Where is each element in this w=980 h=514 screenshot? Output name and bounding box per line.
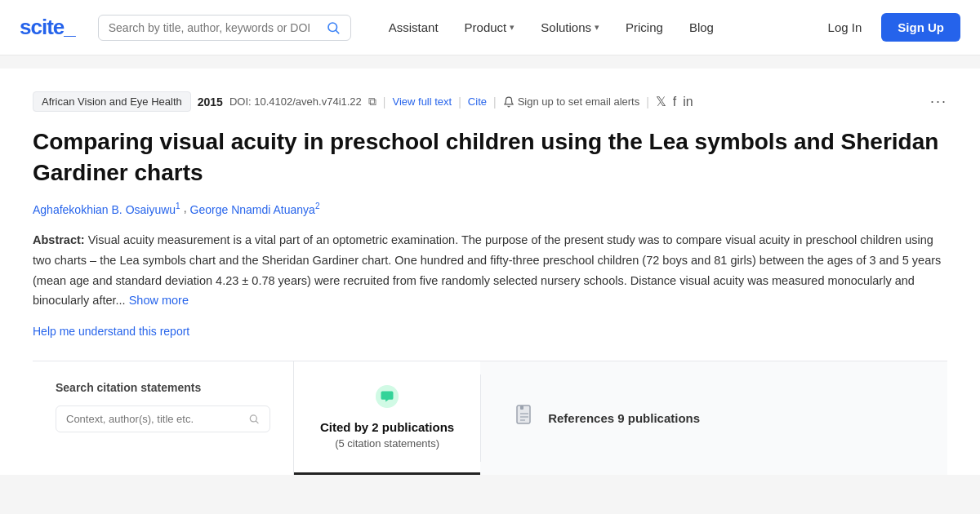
- facebook-icon[interactable]: f: [673, 95, 676, 109]
- nav-item-assistant[interactable]: Assistant: [377, 14, 450, 41]
- cited-by-sublabel: (5 citation statements): [335, 437, 439, 450]
- citation-search-input[interactable]: [66, 413, 243, 425]
- search-icon: [326, 20, 341, 35]
- nav-item-solutions[interactable]: Solutions ▾: [529, 14, 611, 41]
- journal-badge: African Vision and Eye Health: [33, 91, 191, 112]
- citation-input-wrap[interactable]: [56, 405, 270, 432]
- article-meta: African Vision and Eye Health 2015 DOI: …: [33, 91, 947, 112]
- show-more-link[interactable]: Show more: [129, 294, 189, 307]
- author-2[interactable]: George Nnamdi Atuanya2: [190, 202, 320, 216]
- cite-link[interactable]: Cite: [468, 95, 487, 108]
- navbar: scite_ Assistant Product ▾ Solutions ▾ P…: [0, 0, 980, 55]
- separator: |: [493, 95, 497, 109]
- logo-text: scite_: [20, 15, 75, 39]
- tab-references[interactable]: References 9 publications: [481, 361, 733, 475]
- nav-item-pricing[interactable]: Pricing: [614, 14, 675, 41]
- svg-line-1: [336, 30, 338, 33]
- copy-icon[interactable]: ⧉: [368, 95, 376, 109]
- chevron-down-icon: ▾: [595, 22, 599, 33]
- bottom-panel: Search citation statements Cited by 2 pu…: [33, 361, 947, 475]
- article-year: 2015: [198, 95, 223, 109]
- view-full-text-link[interactable]: View full text: [392, 95, 452, 108]
- document-icon: [514, 404, 537, 432]
- citation-search-title: Search citation statements: [56, 381, 270, 394]
- chat-icon: [375, 384, 399, 414]
- nav-item-blog[interactable]: Blog: [678, 14, 725, 41]
- tab-cited-by[interactable]: Cited by 2 publications (5 citation stat…: [294, 361, 480, 475]
- article-doi: DOI: 10.4102/aveh.v74i1.22: [229, 95, 362, 108]
- nav-links: Assistant Product ▾ Solutions ▾ Pricing …: [377, 14, 802, 41]
- cited-by-label: Cited by 2 publications: [320, 420, 454, 434]
- author-1[interactable]: Aghafekokhian B. Osaiyuwu1: [33, 202, 180, 216]
- search-input[interactable]: [109, 21, 319, 34]
- separator: |: [646, 95, 649, 109]
- social-icons: 𝕏 f in: [656, 94, 693, 109]
- bell-icon: [503, 96, 514, 108]
- twitter-icon[interactable]: 𝕏: [656, 94, 666, 109]
- help-link[interactable]: Help me understand this report: [33, 325, 189, 338]
- citation-search-panel: Search citation statements: [33, 361, 294, 475]
- linkedin-icon[interactable]: in: [683, 95, 693, 109]
- nav-item-product[interactable]: Product ▾: [453, 14, 527, 41]
- nav-right: Log In Sign Up: [815, 13, 960, 42]
- chevron-down-icon: ▾: [510, 22, 514, 33]
- more-options-button[interactable]: ···: [930, 93, 947, 110]
- references-label: References 9 publications: [548, 411, 700, 425]
- search-icon: [248, 413, 260, 425]
- abstract: Abstract: Visual acuity measurement is a…: [33, 230, 947, 311]
- authors: Aghafekokhian B. Osaiyuwu1 , George Nnam…: [33, 202, 947, 216]
- main-content: African Vision and Eye Health 2015 DOI: …: [0, 69, 980, 475]
- logo[interactable]: scite_: [20, 15, 75, 40]
- tabs-area: Cited by 2 publications (5 citation stat…: [294, 361, 947, 475]
- login-button[interactable]: Log In: [815, 14, 875, 41]
- search-bar[interactable]: [98, 15, 351, 41]
- article-title: Comparing visual acuity in preschool chi…: [33, 126, 947, 188]
- svg-rect-6: [520, 405, 523, 410]
- separator: |: [383, 95, 386, 109]
- separator: |: [458, 95, 461, 109]
- signup-button[interactable]: Sign Up: [881, 13, 960, 42]
- svg-line-3: [256, 421, 258, 423]
- email-alert-link[interactable]: Sign up to set email alerts: [503, 95, 640, 108]
